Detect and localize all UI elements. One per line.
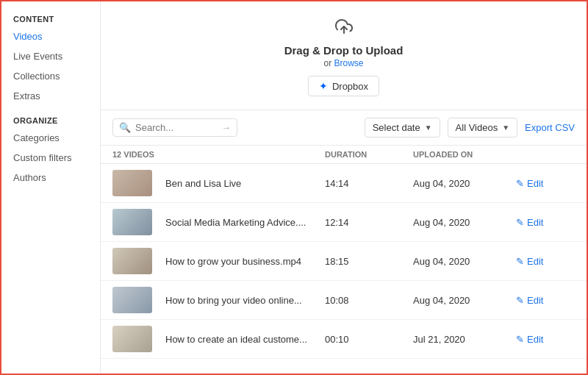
video-title: Social Media Marketing Advice....	[164, 217, 325, 228]
video-title: How to bring your video online...	[164, 295, 325, 306]
video-thumbnail	[112, 209, 152, 235]
dropbox-button[interactable]: ✦ Dropbox	[308, 76, 379, 96]
sidebar-item-videos[interactable]: Videos	[1, 26, 100, 46]
sidebar-item-extras[interactable]: Extras	[1, 86, 100, 106]
video-uploaded-date: Aug 04, 2020	[413, 256, 516, 267]
upload-area: Drag & Drop to Upload or Browse ✦ Dropbo…	[101, 1, 587, 110]
upload-title: Drag & Drop to Upload	[284, 44, 404, 57]
main-content: Drag & Drop to Upload or Browse ✦ Dropbo…	[101, 1, 587, 374]
video-duration: 10:08	[325, 295, 413, 306]
edit-icon: ✎	[516, 334, 524, 345]
sidebar-item-live-events[interactable]: Live Events	[1, 46, 100, 66]
sidebar-item-categories[interactable]: Categories	[1, 128, 100, 148]
select-date-button[interactable]: Select date ▼	[365, 118, 440, 138]
sidebar-item-authors[interactable]: Authors	[1, 168, 100, 188]
search-icon: 🔍	[119, 122, 131, 133]
edit-button[interactable]: ✎ Edit	[516, 217, 575, 228]
video-duration: 00:10	[325, 334, 413, 345]
video-duration: 18:15	[325, 256, 413, 267]
sidebar-item-collections[interactable]: Collections	[1, 66, 100, 86]
all-videos-label: All Videos	[456, 122, 498, 133]
sidebar: CONTENT Videos Live Events Collections E…	[1, 1, 101, 374]
video-title: How to create an ideal custome...	[164, 334, 325, 345]
edit-icon: ✎	[516, 256, 524, 267]
video-count: 12 VIDEOS	[112, 150, 325, 159]
video-duration: 14:14	[325, 178, 413, 189]
video-thumbnail	[112, 287, 152, 313]
search-arrow-icon[interactable]: →	[221, 122, 231, 133]
chevron-down-icon: ▼	[425, 124, 432, 132]
table-row[interactable]: How to bring your video online... 10:08 …	[101, 281, 587, 320]
uploaded-column-header: UPLOADED ON	[413, 150, 516, 159]
video-thumbnail	[112, 170, 152, 196]
edit-icon: ✎	[516, 217, 524, 228]
edit-button[interactable]: ✎ Edit	[516, 256, 575, 267]
video-title: How to grow your business.mp4	[164, 256, 325, 267]
sidebar-item-custom-filters[interactable]: Custom filters	[1, 148, 100, 168]
table-row[interactable]: How to grow your business.mp4 18:15 Aug …	[101, 242, 587, 281]
duration-column-header: DURATION	[325, 150, 413, 159]
table-header: 12 VIDEOS DURATION UPLOADED ON	[101, 146, 587, 164]
toolbar: 🔍 → Select date ▼ All Videos ▼ Export CS…	[101, 110, 587, 146]
upload-or-text: or Browse	[323, 58, 363, 68]
edit-icon: ✎	[516, 178, 524, 189]
upload-icon	[335, 18, 353, 40]
search-box[interactable]: 🔍 →	[112, 118, 237, 137]
content-section-label: CONTENT	[1, 10, 100, 26]
organize-section-label: ORGANIZE	[1, 106, 100, 128]
videos-table: 12 VIDEOS DURATION UPLOADED ON Ben and L…	[101, 146, 587, 374]
all-videos-button[interactable]: All Videos ▼	[448, 118, 517, 138]
edit-button[interactable]: ✎ Edit	[516, 295, 575, 306]
edit-label: Edit	[527, 334, 543, 345]
video-duration: 12:14	[325, 217, 413, 228]
edit-label: Edit	[527, 217, 543, 228]
video-uploaded-date: Aug 04, 2020	[413, 217, 516, 228]
select-date-label: Select date	[373, 122, 420, 133]
export-csv-button[interactable]: Export CSV	[525, 118, 575, 137]
search-input[interactable]	[135, 122, 217, 133]
edit-icon: ✎	[516, 295, 524, 306]
video-thumbnail	[112, 326, 152, 352]
video-uploaded-date: Jul 21, 2020	[413, 334, 516, 345]
table-row[interactable]: How to create an ideal custome... 00:10 …	[101, 320, 587, 359]
edit-button[interactable]: ✎ Edit	[516, 178, 575, 189]
edit-button[interactable]: ✎ Edit	[516, 334, 575, 345]
video-uploaded-date: Aug 04, 2020	[413, 178, 516, 189]
video-title: Ben and Lisa Live	[164, 178, 325, 189]
dropbox-icon: ✦	[319, 80, 328, 92]
table-row[interactable]: Ben and Lisa Live 14:14 Aug 04, 2020 ✎ E…	[101, 164, 587, 203]
edit-label: Edit	[527, 295, 543, 306]
video-uploaded-date: Aug 04, 2020	[413, 295, 516, 306]
table-row[interactable]: Social Media Marketing Advice.... 12:14 …	[101, 203, 587, 242]
chevron-down-icon: ▼	[502, 124, 509, 132]
edit-label: Edit	[527, 256, 543, 267]
edit-label: Edit	[527, 178, 543, 189]
browse-link[interactable]: Browse	[334, 58, 364, 68]
video-thumbnail	[112, 248, 152, 274]
dropbox-label: Dropbox	[332, 81, 368, 92]
